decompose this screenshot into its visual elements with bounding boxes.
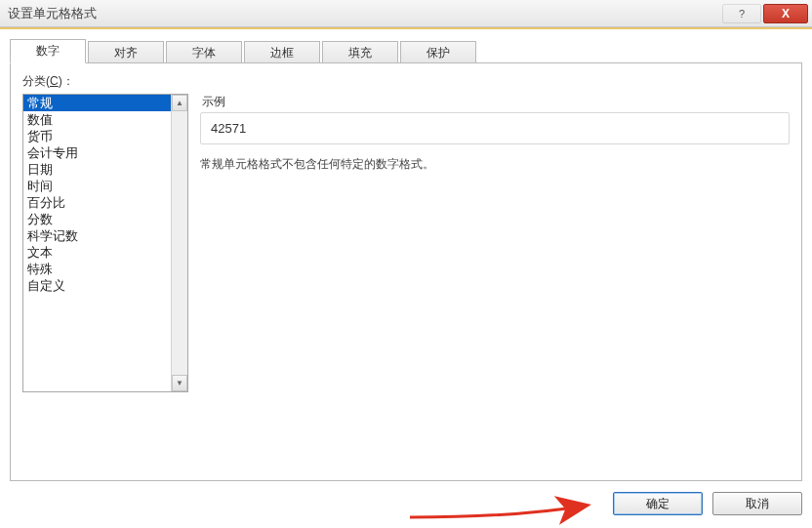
list-item[interactable]: 特殊 [23,261,171,277]
titlebar: 设置单元格格式 ? X [0,0,812,27]
tab-number[interactable]: 数字 [10,39,86,63]
list-item[interactable]: 会计专用 [23,144,171,161]
tab-alignment[interactable]: 对齐 [88,41,164,64]
category-label: 分类(C)： [22,73,790,90]
tab-label: 填充 [348,45,372,61]
right-panel: 示例 42571 常规单元格格式不包含任何特定的数字格式。 [200,94,790,473]
list-item[interactable]: 自定义 [23,277,171,294]
sample-label: 示例 [200,94,790,112]
help-icon: ? [739,8,745,20]
tab-label: 对齐 [114,45,138,61]
list-item[interactable]: 常规 [23,95,171,111]
sample-value: 42571 [211,121,246,136]
tab-label: 数字 [36,43,60,60]
tab-panel-number: 分类(C)： 常规 数值 货币 会计专用 日期 时间 百分比 分数 科学记数 文… [10,62,802,481]
tab-label: 字体 [192,45,216,61]
list-item[interactable]: 数值 [23,111,171,128]
tab-fill[interactable]: 填充 [322,41,398,64]
cancel-button[interactable]: 取消 [712,492,802,515]
tab-border[interactable]: 边框 [244,41,320,64]
list-item[interactable]: 文本 [23,244,171,261]
scroll-track[interactable] [172,111,187,375]
close-button[interactable]: X [763,4,808,23]
dialog-buttons: 确定 取消 [613,489,802,518]
format-description: 常规单元格格式不包含任何特定的数字格式。 [200,154,790,175]
chevron-down-icon: ▼ [176,379,183,387]
tab-label: 保护 [426,45,450,61]
chevron-up-icon: ▲ [176,99,183,107]
dialog-body: 数字 对齐 字体 边框 填充 保护 分类(C)： 常规 数值 货币 会计专用 日… [0,29,812,528]
scroll-up-button[interactable]: ▲ [172,95,187,111]
list-item[interactable]: 百分比 [23,194,171,211]
list-item[interactable]: 时间 [23,178,171,194]
list-item[interactable]: 科学记数 [23,227,171,244]
close-icon: X [782,7,790,20]
tab-label: 边框 [270,45,294,61]
list-item[interactable]: 分数 [23,211,171,227]
sample-box: 42571 [200,112,790,144]
tab-font[interactable]: 字体 [166,41,242,64]
window-title: 设置单元格格式 [8,5,720,22]
category-listbox[interactable]: 常规 数值 货币 会计专用 日期 时间 百分比 分数 科学记数 文本 特殊 自定… [22,94,188,392]
ok-button[interactable]: 确定 [613,492,703,515]
list-item[interactable]: 日期 [23,161,171,178]
tab-protection[interactable]: 保护 [400,41,476,64]
scroll-down-button[interactable]: ▼ [172,375,187,391]
tab-row: 数字 对齐 字体 边框 填充 保护 [10,39,802,62]
scrollbar[interactable]: ▲ ▼ [171,95,187,391]
help-button[interactable]: ? [722,4,761,23]
list-item[interactable]: 货币 [23,128,171,144]
